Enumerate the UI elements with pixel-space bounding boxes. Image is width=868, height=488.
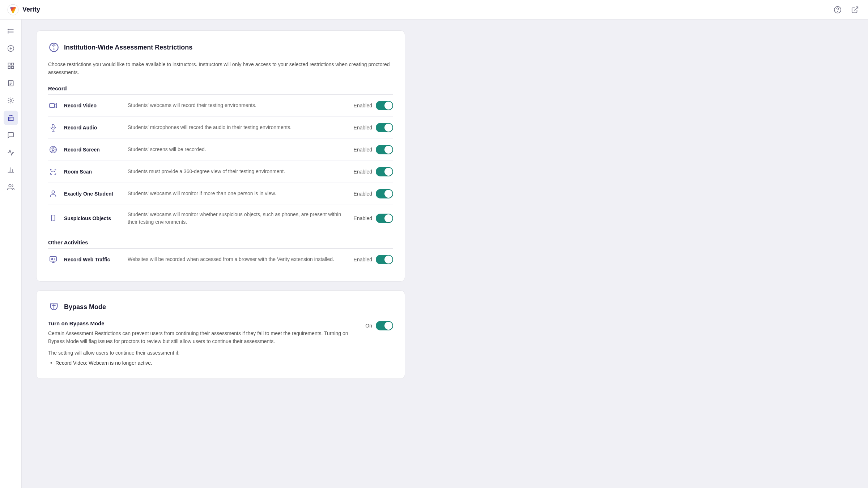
- record-video-name: Record Video: [64, 103, 122, 108]
- sidebar-item-report[interactable]: [4, 76, 18, 90]
- bypass-mode-desc2: The setting will allow users to continue…: [48, 350, 358, 356]
- sidebar-item-chart[interactable]: [4, 163, 18, 177]
- record-video-toggle[interactable]: [376, 101, 393, 110]
- record-video-status: Enabled: [353, 101, 393, 110]
- record-video-toggle-knob: [384, 102, 392, 110]
- bypass-mode-content-row: Turn on Bypass Mode Certain Assessment R…: [48, 320, 393, 368]
- record-audio-icon: [48, 123, 58, 133]
- svg-rect-30: [52, 124, 54, 128]
- svg-rect-39: [50, 257, 56, 261]
- bypass-mode-bullet-record-video: Record Video: Webcam is no longer active…: [48, 359, 358, 368]
- restriction-row-record-screen: Record Screen Students' screens will be …: [48, 139, 393, 161]
- app-logo: [7, 4, 19, 16]
- record-screen-toggle-knob: [384, 146, 392, 154]
- sidebar-item-add[interactable]: [4, 41, 18, 56]
- record-web-traffic-toggle[interactable]: [376, 255, 393, 264]
- svg-rect-14: [11, 63, 13, 65]
- svg-point-7: [8, 29, 8, 30]
- record-web-traffic-desc: Websites will be recorded when accessed …: [128, 256, 348, 263]
- bypass-mode-status-label: On: [365, 323, 372, 329]
- assessment-restrictions-card: Institution-Wide Assessment Restrictions…: [36, 30, 405, 282]
- sidebar-item-grid[interactable]: [4, 59, 18, 73]
- sidebar: [0, 20, 22, 488]
- record-audio-toggle[interactable]: [376, 123, 393, 132]
- help-icon-button[interactable]: [832, 4, 843, 16]
- svg-point-26: [9, 185, 11, 187]
- exactly-one-student-desc: Students' webcams will monitor if more t…: [128, 190, 348, 197]
- svg-point-8: [8, 31, 8, 31]
- app-name: Verity: [22, 6, 40, 13]
- bypass-mode-section-title: Turn on Bypass Mode: [48, 320, 358, 326]
- sidebar-item-users[interactable]: [4, 180, 18, 194]
- restriction-row-suspicious-objects: Suspicious Objects Students' webcams wil…: [48, 205, 393, 232]
- room-scan-status: Enabled: [353, 167, 393, 176]
- record-video-desc: Students' webcams will record their test…: [128, 102, 348, 109]
- svg-rect-15: [8, 67, 10, 69]
- bypass-mode-title: Bypass Mode: [64, 303, 106, 311]
- bypass-mode-desc1: Certain Assessment Restrictions can prev…: [48, 329, 358, 346]
- section-record-label: Record: [48, 85, 393, 95]
- assessment-restrictions-title: Institution-Wide Assessment Restrictions: [64, 44, 192, 51]
- assessment-restrictions-desc: Choose restrictions you would like to ma…: [48, 60, 393, 77]
- sidebar-item-comment[interactable]: [4, 128, 18, 142]
- room-scan-status-label: Enabled: [354, 169, 372, 175]
- suspicious-objects-status: Enabled: [353, 214, 393, 223]
- record-web-traffic-name: Record Web Traffic: [64, 257, 122, 262]
- svg-point-28: [54, 49, 54, 49]
- suspicious-objects-toggle[interactable]: [376, 214, 393, 223]
- bypass-mode-toggle[interactable]: [376, 321, 393, 330]
- svg-point-2: [838, 11, 838, 12]
- exactly-one-student-toggle[interactable]: [376, 189, 393, 198]
- room-scan-toggle-knob: [384, 168, 392, 176]
- sidebar-item-settings[interactable]: [4, 93, 18, 108]
- svg-point-36: [52, 191, 54, 193]
- exactly-one-student-status-label: Enabled: [354, 191, 372, 197]
- bypass-mode-content: Turn on Bypass Mode Certain Assessment R…: [48, 320, 358, 368]
- exactly-one-student-name: Exactly One Student: [64, 191, 122, 197]
- suspicious-objects-toggle-knob: [384, 214, 392, 222]
- section-other-label: Other Activities: [48, 239, 393, 249]
- assessment-restrictions-icon: [48, 42, 60, 53]
- record-web-traffic-icon: [48, 254, 58, 265]
- content-wrapper: Institution-Wide Assessment Restrictions…: [0, 20, 868, 488]
- bypass-mode-card: Bypass Mode Turn on Bypass Mode Certain …: [36, 290, 405, 379]
- topbar-right: [832, 4, 861, 16]
- assessment-restrictions-header: Institution-Wide Assessment Restrictions: [48, 42, 393, 53]
- topbar: Verity: [0, 0, 868, 20]
- suspicious-objects-desc: Students' webcams will monitor whether s…: [128, 211, 348, 226]
- record-web-traffic-status: Enabled: [353, 255, 393, 264]
- suspicious-objects-status-label: Enabled: [354, 215, 372, 221]
- sidebar-item-institution[interactable]: [4, 111, 18, 125]
- svg-point-34: [52, 149, 54, 151]
- svg-rect-13: [8, 63, 10, 65]
- record-audio-status-label: Enabled: [354, 125, 372, 130]
- external-link-icon-button[interactable]: [849, 4, 861, 16]
- record-screen-icon: [48, 145, 58, 155]
- restriction-row-exactly-one-student: Exactly One Student Students' webcams wi…: [48, 183, 393, 205]
- svg-point-35: [51, 147, 56, 152]
- record-audio-status: Enabled: [353, 123, 393, 132]
- record-web-traffic-toggle-knob: [384, 256, 392, 264]
- suspicious-objects-name: Suspicious Objects: [64, 215, 122, 221]
- record-audio-desc: Students' microphones will record the au…: [128, 124, 348, 131]
- bypass-mode-icon: [48, 301, 60, 313]
- record-screen-toggle[interactable]: [376, 145, 393, 154]
- restriction-row-room-scan: Room Scan Students must provide a 360-de…: [48, 161, 393, 183]
- sidebar-item-analytics[interactable]: [4, 145, 18, 160]
- svg-line-3: [854, 7, 858, 10]
- record-video-status-label: Enabled: [354, 103, 372, 108]
- record-screen-name: Record Screen: [64, 147, 122, 153]
- bypass-mode-toggle-knob: [384, 322, 392, 330]
- sidebar-item-list[interactable]: [4, 24, 18, 38]
- restriction-row-record-audio: Record Audio Students' microphones will …: [48, 117, 393, 139]
- record-web-traffic-status-label: Enabled: [354, 257, 372, 262]
- room-scan-desc: Students must provide a 360-degree view …: [128, 168, 348, 175]
- bypass-mode-header: Bypass Mode: [48, 301, 393, 313]
- svg-rect-16: [11, 67, 13, 69]
- restriction-row-record-web-traffic: Record Web Traffic Websites will be reco…: [48, 249, 393, 270]
- record-audio-toggle-knob: [384, 124, 392, 132]
- room-scan-toggle[interactable]: [376, 167, 393, 176]
- bypass-mode-toggle-area: On: [364, 320, 393, 330]
- record-screen-status: Enabled: [353, 145, 393, 154]
- svg-rect-29: [50, 103, 55, 107]
